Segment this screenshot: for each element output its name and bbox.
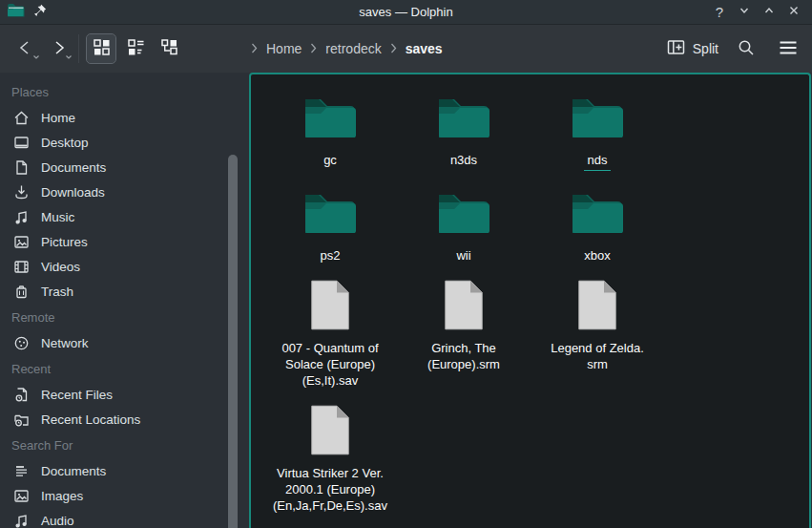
sidebar-item-pictures[interactable]: Pictures [0, 229, 249, 254]
file-item-legend-of-zelda[interactable]: Legend of Zelda. srm [531, 274, 664, 372]
tree-view-icon [160, 38, 179, 59]
file-grid: gc n3ds nds [251, 74, 795, 524]
breadcrumb-chevron-icon [310, 41, 317, 56]
text-lines-icon [12, 462, 31, 480]
sidebar-item-label: Music [41, 210, 74, 224]
section-title-remote: Remote [0, 304, 249, 330]
network-icon [12, 334, 31, 352]
sidebar-item-label: Recent Locations [41, 412, 140, 427]
video-icon [12, 258, 31, 276]
sidebar-scrollbar[interactable] [228, 155, 238, 528]
folder-view[interactable]: gc n3ds nds [249, 73, 811, 528]
sidebar-item-label: Home [41, 111, 75, 125]
view-mode-group [87, 34, 184, 63]
trash-icon [12, 283, 31, 301]
file-item-virtua-striker-2[interactable]: Virtua Striker 2 Ver. 2000.1 (Europe) (E… [263, 399, 397, 514]
tree-view-button[interactable] [156, 34, 184, 63]
folder-item-gc[interactable]: gc [263, 86, 397, 168]
file-icon [576, 274, 618, 335]
details-view-icon [127, 38, 145, 59]
back-dropdown-caret-icon [32, 49, 40, 63]
sidebar-item-search-audio[interactable]: Audio [0, 508, 249, 528]
folder-item-wii[interactable]: wii [397, 181, 531, 264]
item-label: nds [584, 152, 612, 171]
breadcrumb-chevron-icon [390, 41, 397, 56]
folder-icon [303, 181, 357, 243]
breadcrumb-item-home[interactable]: Home [266, 41, 302, 56]
details-view-button[interactable] [121, 34, 150, 63]
sidebar-item-music[interactable]: Music [0, 204, 249, 229]
forward-button[interactable] [42, 33, 74, 64]
sidebar-item-label: Network [41, 336, 89, 350]
chevron-down-icon [738, 4, 751, 20]
sidebar-item-network[interactable]: Network [0, 330, 249, 355]
close-button[interactable] [783, 2, 804, 23]
places-panel: Places Home Desktop [0, 73, 249, 528]
item-label: Grinch, The (Europe).srm [427, 340, 500, 372]
split-button[interactable]: Split [667, 39, 718, 58]
sidebar-item-trash[interactable]: Trash [0, 279, 249, 304]
sidebar-item-search-documents[interactable]: Documents [0, 458, 249, 483]
folder-icon [437, 86, 490, 147]
sidebar-item-videos[interactable]: Videos [0, 254, 249, 279]
item-label: gc [323, 152, 337, 168]
section-title-search-for: Search For [0, 432, 249, 458]
section-title-places: Places [0, 78, 249, 105]
search-icon [737, 38, 756, 60]
item-label: wii [456, 247, 470, 264]
maximize-button[interactable] [759, 2, 780, 23]
sidebar-item-recent-locations[interactable]: Recent Locations [0, 407, 249, 432]
folder-icon [571, 181, 624, 243]
toolbar-separator [78, 34, 79, 63]
recent-files-icon [12, 386, 31, 404]
desktop-icon [12, 134, 31, 152]
item-label: 007 - Quantum of Solace (Europe) (Es,It)… [281, 340, 378, 389]
split-view-icon [667, 39, 685, 58]
sidebar-item-home[interactable]: Home [0, 105, 249, 130]
sidebar-item-label: Audio [41, 514, 74, 528]
item-label: n3ds [450, 152, 477, 168]
minimize-button[interactable] [734, 2, 755, 23]
item-label: Legend of Zelda. srm [551, 340, 644, 372]
sidebar-item-label: Images [41, 489, 83, 503]
file-item-grinch-the[interactable]: Grinch, The (Europe).srm [397, 274, 531, 372]
dolphin-window: saves — Dolphin ? [0, 0, 812, 528]
sidebar-item-downloads[interactable]: Downloads [0, 180, 249, 204]
folder-item-xbox[interactable]: xbox [531, 181, 664, 264]
pin-icon[interactable] [33, 4, 47, 21]
folder-item-nds[interactable]: nds [531, 86, 664, 171]
menu-button[interactable] [774, 34, 802, 63]
home-icon [12, 109, 31, 127]
sidebar-item-search-images[interactable]: Images [0, 483, 249, 508]
music-note-icon [12, 512, 31, 528]
file-item-007-quantum-of-solace[interactable]: 007 - Quantum of Solace (Europe) (Es,It)… [263, 274, 397, 389]
help-icon: ? [716, 4, 723, 20]
file-icon [309, 274, 351, 335]
folder-icon [303, 86, 357, 147]
music-note-icon [12, 208, 31, 226]
help-button[interactable]: ? [709, 2, 730, 23]
hamburger-menu-icon [779, 40, 798, 58]
icons-view-icon [93, 38, 111, 59]
sidebar-item-recent-files[interactable]: Recent Files [0, 382, 249, 407]
search-button[interactable] [732, 34, 760, 63]
folder-item-ps2[interactable]: ps2 [263, 181, 397, 264]
folder-item-n3ds[interactable]: n3ds [397, 86, 531, 168]
item-label: xbox [584, 247, 610, 264]
section-title-recent: Recent [0, 355, 249, 382]
item-label: ps2 [321, 247, 341, 264]
sidebar-item-desktop[interactable]: Desktop [0, 130, 249, 155]
icons-view-button[interactable] [87, 34, 115, 63]
document-icon [12, 158, 31, 177]
breadcrumb-item-saves[interactable]: saves [406, 41, 443, 56]
titlebar[interactable]: saves — Dolphin ? [0, 0, 812, 25]
sidebar-item-label: Pictures [41, 235, 88, 249]
image-icon [12, 233, 31, 251]
back-button[interactable] [10, 33, 42, 64]
item-label: Virtua Striker 2 Ver. 2000.1 (Europe) (E… [273, 465, 387, 514]
file-icon [309, 399, 351, 460]
folder-icon [437, 181, 490, 243]
breadcrumb-item-retrodeck[interactable]: retrodeck [325, 41, 381, 56]
sidebar-item-documents[interactable]: Documents [0, 155, 249, 180]
download-icon [12, 183, 31, 201]
